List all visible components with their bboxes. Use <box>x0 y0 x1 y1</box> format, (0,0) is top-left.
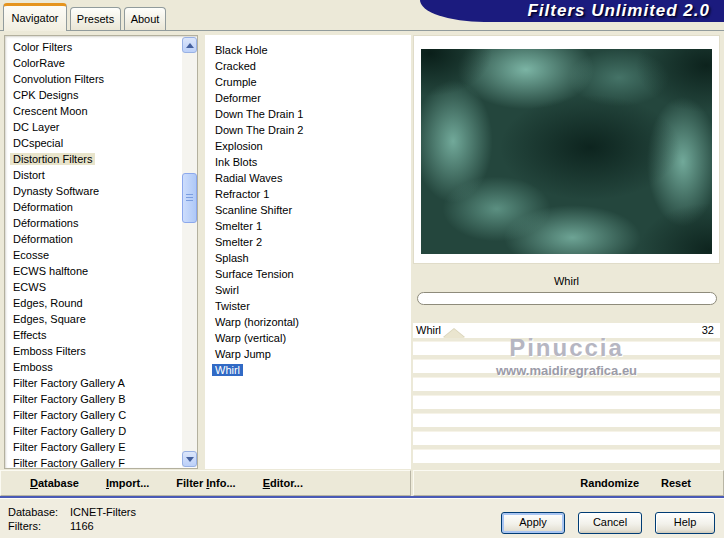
category-item[interactable]: DCspecial <box>13 137 63 149</box>
scrollbar-thumb[interactable] <box>182 173 197 223</box>
database-button[interactable]: Database <box>30 477 79 489</box>
parameter-name: Whirl <box>416 323 441 338</box>
parameter-row-empty <box>413 449 720 463</box>
filter-item[interactable]: Swirl <box>215 284 239 296</box>
status-bar: Database: ICNET-Filters Filters: 1166 Ap… <box>0 498 724 538</box>
category-item[interactable]: Color Filters <box>13 41 72 53</box>
category-scrollbar[interactable] <box>182 37 197 467</box>
filter-item[interactable]: Smelter 2 <box>215 236 262 248</box>
slider-thumb-icon[interactable] <box>443 329 465 338</box>
filter-item[interactable]: Warp (horizontal) <box>215 316 299 328</box>
editor-button[interactable]: Editor... <box>263 477 303 489</box>
preview-panel: Whirl Whirl 32 Pinuccia www.maidiregrafi… <box>413 35 720 471</box>
filters-unlimited-window: Filters Unlimited 2.0 Navigator Presets … <box>0 0 724 538</box>
filter-item[interactable]: Splash <box>215 252 249 264</box>
category-item[interactable]: Déformation <box>13 201 73 213</box>
category-item[interactable]: Déformation <box>13 233 73 245</box>
toolbar-left-section: Database Import... Filter Info... Editor… <box>0 470 411 496</box>
category-item[interactable]: Filter Factory Gallery F <box>13 457 125 469</box>
database-label: Database: <box>8 505 70 519</box>
category-item[interactable]: Filter Factory Gallery E <box>13 441 125 453</box>
filter-item[interactable]: Surface Tension <box>215 268 294 280</box>
preview-image <box>421 49 712 254</box>
tab-presets[interactable]: Presets <box>70 7 121 31</box>
parameter-row-empty <box>413 395 720 409</box>
category-item[interactable]: Dynasty Software <box>13 185 99 197</box>
filter-item[interactable]: Down The Drain 1 <box>215 108 303 120</box>
title-band: Filters Unlimited 2.0 <box>420 0 724 22</box>
empty-parameter-rows <box>413 341 720 463</box>
filter-item[interactable]: Warp Jump <box>215 348 271 360</box>
reset-button[interactable]: Reset <box>661 477 691 489</box>
parameter-row-whirl[interactable]: Whirl 32 <box>413 323 720 338</box>
filter-item[interactable]: Black Hole <box>215 44 268 56</box>
app-title: Filters Unlimited 2.0 <box>527 0 710 22</box>
category-item[interactable]: Distort <box>13 169 45 181</box>
filter-item[interactable]: Radial Waves <box>215 172 282 184</box>
category-item[interactable]: Ecosse <box>13 249 49 261</box>
category-item[interactable]: Edges, Round <box>13 297 83 309</box>
category-item[interactable]: Filter Factory Gallery A <box>13 377 125 389</box>
category-item[interactable]: Emboss <box>13 361 53 373</box>
preview-frame <box>413 35 720 264</box>
filter-item[interactable]: Twister <box>215 300 250 312</box>
parameter-row-empty <box>413 341 720 355</box>
cancel-button[interactable]: Cancel <box>578 512 642 534</box>
dialog-buttons: Apply Cancel Help <box>501 512 715 534</box>
scroll-down-button[interactable] <box>182 451 197 467</box>
thumb-grip-icon <box>186 194 193 202</box>
category-item[interactable]: Emboss Filters <box>13 345 86 357</box>
parameter-value: 32 <box>702 323 714 338</box>
parameter-row-empty <box>413 431 720 445</box>
filter-item[interactable]: Scanline Shifter <box>215 204 292 216</box>
navigator-page: Color FiltersColorRaveConvolution Filter… <box>0 30 724 470</box>
apply-button[interactable]: Apply <box>501 512 565 534</box>
parameter-row-empty <box>413 359 720 373</box>
chevron-down-icon <box>186 457 194 462</box>
database-value: ICNET-Filters <box>70 505 136 519</box>
filter-item[interactable]: Crumple <box>215 76 257 88</box>
help-button[interactable]: Help <box>655 512 715 534</box>
filter-item[interactable]: Ink Blots <box>215 156 257 168</box>
category-item[interactable]: Edges, Square <box>13 313 86 325</box>
category-item[interactable]: Convolution Filters <box>13 73 104 85</box>
tab-navigator[interactable]: Navigator <box>3 3 67 31</box>
import-button[interactable]: Import... <box>106 477 149 489</box>
category-item[interactable]: Crescent Moon <box>13 105 88 117</box>
filter-item[interactable]: Smelter 1 <box>215 220 262 232</box>
category-item[interactable]: Déformations <box>13 217 78 229</box>
filter-listbox[interactable]: Black HoleCrackedCrumpleDeformerDown The… <box>205 35 411 469</box>
randomize-button[interactable]: Randomize <box>580 477 639 489</box>
category-item[interactable]: ECWS <box>13 281 46 293</box>
filter-info-button[interactable]: Filter Info... <box>176 477 235 489</box>
category-item[interactable]: Filter Factory Gallery C <box>13 409 126 421</box>
category-item[interactable]: Distortion Filters <box>10 153 95 165</box>
scroll-up-button[interactable] <box>182 37 197 53</box>
category-listbox[interactable]: Color FiltersColorRaveConvolution Filter… <box>4 35 198 469</box>
toolbar-right-section: Randomize Reset <box>413 470 724 496</box>
bottom-toolbar: Database Import... Filter Info... Editor… <box>0 470 724 496</box>
status-info: Database: ICNET-Filters Filters: 1166 <box>8 505 136 533</box>
category-item[interactable]: ECWS halftone <box>13 265 88 277</box>
category-item[interactable]: Filter Factory Gallery D <box>13 425 126 437</box>
filter-item[interactable]: Whirl <box>212 364 243 376</box>
category-item[interactable]: DC Layer <box>13 121 59 133</box>
filter-item[interactable]: Refractor 1 <box>215 188 269 200</box>
parameter-row-empty <box>413 377 720 391</box>
filters-value: 1166 <box>70 519 136 533</box>
category-item[interactable]: ColorRave <box>13 57 65 69</box>
filter-item[interactable]: Down The Drain 2 <box>215 124 303 136</box>
progress-bar <box>417 292 717 305</box>
category-item[interactable]: Filter Factory Gallery B <box>13 393 125 405</box>
tab-about[interactable]: About <box>124 7 166 31</box>
category-item[interactable]: CPK Designs <box>13 89 78 101</box>
filter-item[interactable]: Deformer <box>215 92 261 104</box>
category-item[interactable]: Effects <box>13 329 46 341</box>
filter-item[interactable]: Warp (vertical) <box>215 332 286 344</box>
preview-filter-name: Whirl <box>413 273 720 289</box>
parameter-row-empty <box>413 413 720 427</box>
filter-item[interactable]: Cracked <box>215 60 256 72</box>
filters-label: Filters: <box>8 519 70 533</box>
filter-item[interactable]: Explosion <box>215 140 263 152</box>
chevron-up-icon <box>186 43 194 48</box>
